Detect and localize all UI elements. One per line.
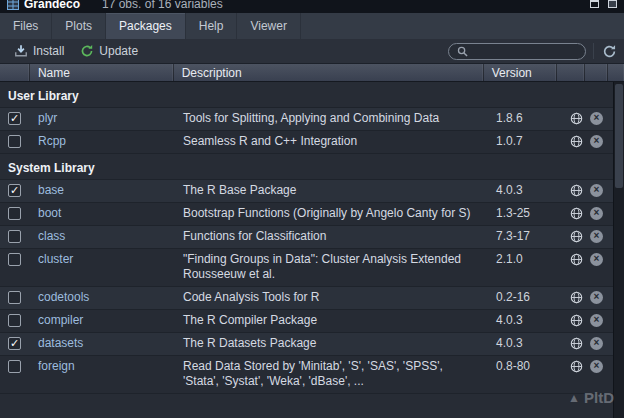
package-loaded-checkbox[interactable]: ✓ bbox=[8, 112, 21, 125]
package-name-link[interactable]: codetools bbox=[38, 290, 89, 304]
package-name-link[interactable]: datasets bbox=[38, 336, 83, 350]
browse-package-icon[interactable] bbox=[570, 207, 583, 220]
loaded-cell: ✓ bbox=[0, 183, 30, 197]
package-name-link[interactable]: Rcpp bbox=[38, 134, 66, 148]
package-description: Seamless R and C++ Integration bbox=[175, 134, 488, 149]
remove-package-icon[interactable]: × bbox=[590, 184, 603, 197]
package-name-link[interactable]: compiler bbox=[38, 313, 83, 327]
package-loaded-checkbox[interactable] bbox=[8, 207, 21, 220]
clipped-environment-row: Grandeco 17 obs. of 16 variables bbox=[0, 0, 624, 13]
section-header: System Library bbox=[0, 154, 613, 180]
package-description: "Finding Groups in Data": Cluster Analys… bbox=[175, 252, 488, 282]
update-button[interactable]: Update bbox=[72, 41, 146, 61]
header-description[interactable]: Description bbox=[174, 64, 484, 81]
browse-package-icon[interactable] bbox=[570, 337, 583, 350]
package-row: foreignRead Data Stored by 'Minitab', 'S… bbox=[0, 356, 613, 394]
package-description: Functions for Classification bbox=[175, 229, 488, 244]
browse-cell bbox=[562, 229, 590, 243]
browse-cell bbox=[562, 313, 590, 327]
browse-package-icon[interactable] bbox=[570, 360, 583, 373]
refresh-icon bbox=[602, 44, 617, 59]
refresh-button[interactable] bbox=[601, 43, 618, 60]
tab-viewer[interactable]: Viewer bbox=[237, 13, 300, 39]
pane-tabbar: Files Plots Packages Help Viewer bbox=[0, 13, 624, 39]
minimize-pane-icon[interactable] bbox=[590, 0, 599, 8]
package-version: 1.0.7 bbox=[488, 134, 562, 149]
scrollbar-thumb[interactable] bbox=[615, 84, 623, 188]
browse-cell bbox=[562, 336, 590, 350]
package-version: 2.1.0 bbox=[488, 252, 562, 267]
package-row: cluster"Finding Groups in Data": Cluster… bbox=[0, 249, 613, 287]
browse-package-icon[interactable] bbox=[570, 184, 583, 197]
remove-package-icon[interactable]: × bbox=[590, 337, 603, 350]
package-loaded-checkbox[interactable] bbox=[8, 360, 21, 373]
package-loaded-checkbox[interactable] bbox=[8, 291, 21, 304]
remove-cell: × bbox=[590, 252, 613, 266]
header-name[interactable]: Name bbox=[30, 64, 174, 81]
browse-package-icon[interactable] bbox=[570, 291, 583, 304]
package-name-link[interactable]: plyr bbox=[38, 111, 57, 125]
update-icon bbox=[80, 44, 94, 58]
package-search-box bbox=[448, 43, 586, 60]
dataframe-name[interactable]: Grandeco bbox=[24, 0, 80, 11]
browse-package-icon[interactable] bbox=[570, 230, 583, 243]
remove-package-icon[interactable]: × bbox=[590, 112, 603, 125]
browse-package-icon[interactable] bbox=[570, 112, 583, 125]
name-cell: foreign bbox=[30, 359, 175, 374]
package-version: 1.3-25 bbox=[488, 206, 562, 221]
package-loaded-checkbox[interactable] bbox=[8, 253, 21, 266]
package-row: ✓datasetsThe R Datasets Package4.0.3× bbox=[0, 333, 613, 356]
search-input[interactable] bbox=[473, 45, 577, 57]
section-header: User Library bbox=[0, 82, 613, 108]
package-name-link[interactable]: base bbox=[38, 183, 64, 197]
package-version: 1.8.6 bbox=[488, 111, 562, 126]
remove-cell: × bbox=[590, 183, 613, 197]
tab-help[interactable]: Help bbox=[186, 13, 238, 39]
browse-cell bbox=[562, 111, 590, 125]
package-name-link[interactable]: class bbox=[38, 229, 65, 243]
package-name-link[interactable]: cluster bbox=[38, 252, 73, 266]
package-name-link[interactable]: foreign bbox=[38, 359, 75, 373]
tab-packages[interactable]: Packages bbox=[106, 13, 186, 39]
browse-package-icon[interactable] bbox=[570, 135, 583, 148]
browse-package-icon[interactable] bbox=[570, 314, 583, 327]
name-cell: base bbox=[30, 183, 175, 198]
packages-toolbar: Install Update bbox=[0, 39, 624, 64]
section-title: System Library bbox=[8, 161, 95, 175]
tab-files[interactable]: Files bbox=[0, 13, 52, 39]
package-loaded-checkbox[interactable] bbox=[8, 314, 21, 327]
loaded-cell bbox=[0, 134, 30, 148]
remove-package-icon[interactable]: × bbox=[590, 135, 603, 148]
remove-package-icon[interactable]: × bbox=[590, 314, 603, 327]
remove-package-icon[interactable]: × bbox=[590, 253, 603, 266]
browse-cell bbox=[562, 252, 590, 266]
scrollbar[interactable] bbox=[613, 82, 624, 418]
browse-package-icon[interactable] bbox=[570, 253, 583, 266]
package-description: The R Datasets Package bbox=[175, 336, 488, 351]
remove-package-icon[interactable]: × bbox=[590, 360, 603, 373]
name-cell: Rcpp bbox=[30, 134, 175, 149]
package-loaded-checkbox[interactable]: ✓ bbox=[8, 337, 21, 350]
install-button[interactable]: Install bbox=[6, 41, 72, 61]
name-cell: boot bbox=[30, 206, 175, 221]
remove-package-icon[interactable]: × bbox=[590, 207, 603, 220]
package-loaded-checkbox[interactable]: ✓ bbox=[8, 184, 21, 197]
package-version: 0.8-80 bbox=[488, 359, 562, 374]
package-description: Code Analysis Tools for R bbox=[175, 290, 488, 305]
remove-cell: × bbox=[590, 313, 613, 327]
package-loaded-checkbox[interactable] bbox=[8, 230, 21, 243]
package-description: The R Base Package bbox=[175, 183, 488, 198]
remove-package-icon[interactable]: × bbox=[590, 230, 603, 243]
package-name-link[interactable]: boot bbox=[38, 206, 61, 220]
section-title: User Library bbox=[8, 89, 79, 103]
remove-package-icon[interactable]: × bbox=[590, 291, 603, 304]
name-cell: class bbox=[30, 229, 175, 244]
header-version[interactable]: Version bbox=[484, 64, 557, 81]
name-cell: datasets bbox=[30, 336, 175, 351]
packages-pane: Grandeco 17 obs. of 16 variables Files P… bbox=[0, 0, 624, 418]
package-description: Bootstrap Functions (Originally by Angel… bbox=[175, 206, 488, 221]
package-version: 4.0.3 bbox=[488, 183, 562, 198]
maximize-pane-icon[interactable] bbox=[608, 0, 617, 8]
package-loaded-checkbox[interactable] bbox=[8, 135, 21, 148]
tab-plots[interactable]: Plots bbox=[52, 13, 106, 39]
